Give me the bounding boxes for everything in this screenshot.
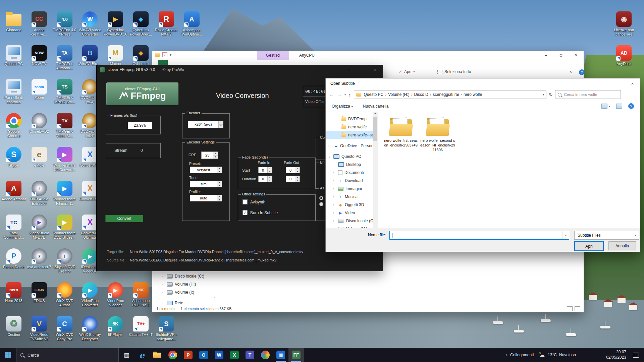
collapse-ribbon-button[interactable]: ∧	[569, 69, 572, 74]
spinner-icon[interactable]: ▲▼	[295, 167, 300, 173]
taskbar-search-input[interactable]: Cerca	[16, 348, 119, 362]
links-toolbar[interactable]: ∧ Collegamenti	[505, 353, 534, 357]
minimize-button[interactable]: –	[538, 51, 553, 60]
maximize-button[interactable]: □	[553, 51, 569, 60]
preview-pane-button[interactable]	[616, 104, 622, 109]
sidebar-item[interactable]: DVDTemp	[326, 115, 373, 123]
spinner-icon[interactable]: ▲▼	[217, 181, 222, 187]
desktop-icon[interactable]: S SichboPVR - collegame...	[154, 316, 179, 341]
desktop-icon[interactable]: ▶ Wondershare UniConvert...	[52, 147, 77, 172]
nav-tree-item[interactable]: › Volume (H:)	[152, 280, 218, 288]
preset-select[interactable]: veryfast ▲▼	[190, 167, 222, 173]
list-view-toggle-icon[interactable]	[567, 306, 573, 311]
breadcrumb-item[interactable]: Volume (H:) ›	[386, 92, 412, 97]
help-button[interactable]: ?	[579, 69, 585, 75]
desktop-icon[interactable]: nero Nero 2018	[1, 282, 26, 303]
taskbar-app-icon[interactable]: e	[134, 348, 150, 362]
close-button[interactable]: ×	[625, 78, 640, 88]
desktop-icon[interactable]: Questo PC	[1, 45, 26, 66]
convert-button[interactable]: Convert	[105, 215, 143, 222]
desktop-icon[interactable]: TA TMPGEnc Authorin...	[52, 45, 77, 70]
profile-select[interactable]: auto ▲▼	[190, 195, 222, 201]
sidebar-item[interactable]: nero wolfe	[326, 123, 373, 131]
desktop-icon[interactable]: Google Chrome	[1, 113, 26, 138]
expand-chevron-icon[interactable]: ›	[333, 187, 336, 190]
desktop-icon[interactable]: WinX Blu-ray Decrypter	[77, 316, 103, 341]
breadcrumb[interactable]: Questo PC › Volume (H:) › Disco D › scen…	[354, 90, 546, 99]
spinner-icon[interactable]: ▲▼	[267, 167, 272, 173]
burn-in-subtitle-checkbox[interactable]: ✓ Burn In Subtitle	[243, 210, 278, 215]
expand-chevron-icon[interactable]: ›	[333, 195, 336, 198]
taskbar-app-icon[interactable]: X	[227, 348, 242, 362]
file-tile[interactable]: nero-wolfe--second-season_HI_english-291…	[420, 117, 455, 152]
desktop-icon[interactable]: A Adobe Acrobat	[1, 181, 26, 201]
sidebar-item[interactable]: › ▶ Video	[326, 209, 373, 217]
desktop-icon[interactable]: TC Total Command...	[1, 215, 26, 240]
task-view-button[interactable]: ▦	[119, 348, 134, 362]
desktop-icon[interactable]: ▶ Wondershare DVD Slides...	[52, 215, 77, 240]
radio-button[interactable]	[319, 202, 323, 206]
sidebar-item[interactable]: › ↓ Download	[326, 177, 373, 185]
desktop-icon[interactable]: ▶ VideoStudio MyDVD	[26, 215, 52, 240]
close-button[interactable]: ×	[370, 65, 380, 74]
thumbnail-view-toggle-icon[interactable]	[575, 306, 580, 311]
expand-chevron-icon[interactable]: ›	[333, 171, 336, 174]
desktop-icon[interactable]: Pannello di controllo	[1, 79, 26, 104]
desktop-icon[interactable]: R Roxio Creator NXT 9	[154, 11, 179, 37]
desktop-icon[interactable]: 5K 5KPlayer	[103, 316, 128, 337]
crf-spinner[interactable]: 23 ▲▼	[201, 152, 218, 159]
taskbar-app-icon[interactable]	[165, 348, 180, 362]
desktop-icon[interactable]: i iSkysoft DVD Creator	[52, 248, 77, 274]
taskbar-clock[interactable]: 20:07 02/05/2023	[606, 350, 626, 360]
sidebar-item[interactable]: › Immagini	[326, 185, 373, 193]
sidebar-item[interactable]: › ♪ Musica	[326, 193, 373, 201]
select-all-button[interactable]: Seleziona tutto	[437, 69, 471, 74]
sidebar-item[interactable]: Desktop	[326, 161, 373, 169]
sidebar-item[interactable]: › ☁ OneDrive - Person	[326, 142, 373, 150]
expand-chevron-icon[interactable]: ›	[333, 203, 336, 206]
desktop-icon[interactable]: PDF Ashampoo PDF Pro 3	[128, 282, 154, 307]
new-folder-button[interactable]: Nuova cartella	[363, 104, 389, 109]
spinner-icon[interactable]: ▲▼	[213, 152, 218, 159]
sidebar-item[interactable]: ∨ Questo PC	[326, 153, 373, 161]
sidebar-item[interactable]: › Disco locale (C:)	[326, 217, 373, 225]
search-box[interactable]: Cerca in nero wolfe	[555, 90, 621, 99]
desktop-icon[interactable]: ◉ Licenze non cancellare	[611, 11, 637, 37]
sidebar-item[interactable]: › Documenti	[326, 169, 373, 177]
spinner-icon[interactable]: ▲▼	[217, 195, 222, 201]
desktop-icon[interactable]: ▶ VideoProc Vlogger	[103, 282, 128, 307]
spinner-icon[interactable]: ▲▼	[218, 121, 223, 128]
nav-tree-item[interactable]: › Rete	[152, 299, 218, 305]
expand-chevron-icon[interactable]: ›	[328, 144, 331, 147]
nav-tree-item[interactable]: › Disco locale (C:)	[152, 272, 218, 280]
desktop-icon[interactable]: ▶ CyberLink PowerDVD 16	[103, 11, 128, 37]
sidebar-item[interactable]: › ◆ Oggetti 3D	[326, 201, 373, 209]
expand-chevron-icon[interactable]: ›	[333, 211, 336, 215]
quick-access-toolbar[interactable]: ✓ ▾	[155, 52, 171, 57]
encoder-select[interactable]: x264 (avc) ▲▼	[188, 121, 223, 128]
spinner-icon[interactable]: ▲▼	[267, 176, 272, 182]
desktop-icon[interactable]: Giordano	[1, 11, 26, 32]
avisynth-checkbox[interactable]: Avisynth	[243, 199, 265, 204]
nav-tree-item[interactable]: › Volume (I:)	[152, 288, 218, 296]
taskbar-app-icon[interactable]: P	[180, 348, 196, 362]
breadcrumb-item[interactable]: Disco D ›	[413, 92, 431, 97]
close-button[interactable]: ×	[569, 51, 584, 60]
desktop-icon[interactable]: ◆ CyberLink PowerDirec...	[128, 11, 154, 37]
fade-out-start-spinner[interactable]: 0 ▲▼	[286, 167, 300, 173]
expand-chevron-icon[interactable]: ›	[162, 283, 165, 286]
desktop-icon[interactable]: ♪ DVD Audio Extractor	[26, 181, 52, 206]
desktop-icon[interactable]: ♻ Cestino	[1, 316, 26, 337]
desktop-icon[interactable]: WinX DVD Author	[52, 282, 77, 307]
view-mode-button[interactable]: ▾	[601, 104, 610, 109]
forward-button[interactable]: →	[337, 92, 342, 98]
radio-button[interactable]	[319, 196, 323, 200]
taskbar-app-icon[interactable]: W	[211, 348, 227, 362]
file-tile[interactable]: nero-wolfe-first-season_english-2563749	[383, 117, 418, 148]
desktop-icon[interactable]: e eMule	[26, 147, 52, 168]
taskbar-app-icon[interactable]: FF	[288, 348, 304, 362]
spinner-icon[interactable]: ▲▼	[217, 167, 222, 173]
expand-chevron-icon[interactable]: ›	[162, 291, 165, 294]
refresh-button[interactable]: ↻	[549, 92, 553, 97]
chevron-down-icon[interactable]: ▾	[543, 93, 544, 96]
